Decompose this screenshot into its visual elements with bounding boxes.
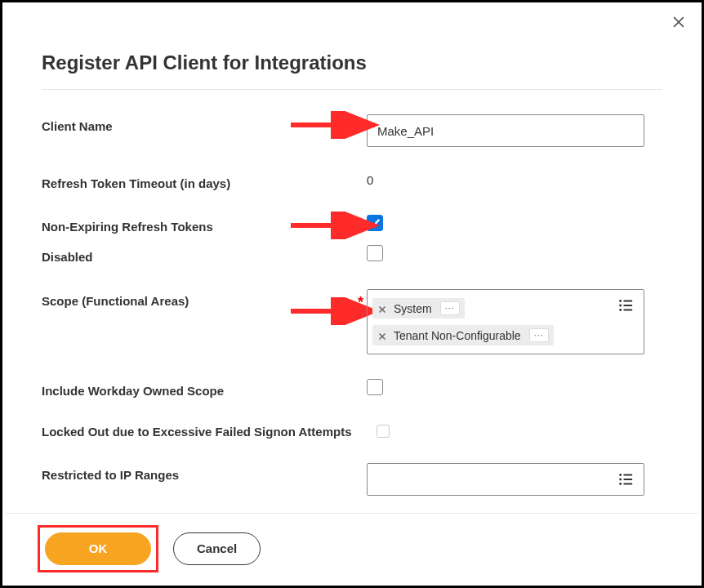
row-client-name: Client Name * bbox=[42, 114, 662, 147]
svg-rect-19 bbox=[623, 474, 632, 476]
row-include-owned: Include Workday Owned Scope bbox=[42, 379, 662, 399]
cancel-button[interactable]: Cancel bbox=[173, 532, 261, 565]
row-non-expiring: Non-Expiring Refresh Tokens * bbox=[42, 215, 662, 234]
scope-tag-label: Tenant Non-Configurable bbox=[394, 329, 521, 342]
required-asterisk: * bbox=[358, 119, 363, 136]
svg-point-18 bbox=[619, 474, 622, 476]
tag-menu-icon[interactable]: ··· bbox=[529, 328, 549, 342]
dialog-frame: Register API Client for Integrations Cli… bbox=[0, 0, 704, 588]
divider bbox=[42, 89, 662, 90]
label-non-expiring: Non-Expiring Refresh Tokens bbox=[42, 220, 213, 234]
row-refresh-timeout: Refresh Token Timeout (in days) 0 bbox=[42, 172, 662, 190]
dialog-content: Register API Client for Integrations Cli… bbox=[2, 2, 702, 496]
required-asterisk: * bbox=[358, 220, 363, 237]
row-ip-ranges: Restricted to IP Ranges bbox=[42, 463, 662, 496]
label-client-name: Client Name bbox=[42, 119, 113, 133]
disabled-checkbox[interactable] bbox=[367, 245, 383, 261]
row-disabled: Disabled bbox=[42, 245, 662, 265]
remove-tag-icon[interactable] bbox=[377, 304, 387, 314]
label-locked-out: Locked Out due to Excessive Failed Signo… bbox=[42, 423, 352, 439]
svg-point-22 bbox=[619, 483, 622, 485]
refresh-timeout-value: 0 bbox=[367, 172, 373, 187]
row-scope: Scope (Functional Areas) * System ··· bbox=[42, 289, 662, 354]
svg-rect-21 bbox=[623, 479, 632, 480]
list-picker-icon[interactable] bbox=[617, 470, 635, 488]
ok-button[interactable]: OK bbox=[45, 532, 151, 565]
required-asterisk: * bbox=[358, 294, 363, 311]
svg-point-14 bbox=[619, 305, 622, 307]
label-disabled: Disabled bbox=[42, 250, 93, 264]
label-refresh-timeout: Refresh Token Timeout (in days) bbox=[42, 176, 230, 190]
svg-rect-15 bbox=[623, 305, 632, 306]
ip-ranges-picker[interactable] bbox=[367, 463, 644, 496]
locked-out-checkbox bbox=[377, 425, 390, 438]
close-icon[interactable] bbox=[671, 14, 687, 30]
dialog-footer: OK Cancel bbox=[5, 513, 699, 583]
include-owned-checkbox[interactable] bbox=[367, 379, 383, 395]
non-expiring-checkbox[interactable] bbox=[367, 215, 383, 231]
svg-point-12 bbox=[619, 300, 622, 302]
svg-point-20 bbox=[619, 479, 622, 481]
scope-tag-label: System bbox=[394, 302, 432, 315]
label-scope: Scope (Functional Areas) bbox=[42, 294, 189, 308]
scope-tag: Tenant Non-Configurable ··· bbox=[372, 325, 554, 345]
remove-tag-icon[interactable] bbox=[377, 331, 387, 341]
client-name-input[interactable] bbox=[367, 114, 644, 147]
label-include-owned: Include Workday Owned Scope bbox=[42, 384, 224, 398]
svg-point-16 bbox=[619, 309, 622, 311]
scope-multiselect[interactable]: System ··· Tenant Non-Configurable ··· bbox=[367, 289, 644, 354]
svg-rect-13 bbox=[623, 301, 632, 302]
scope-tag: System ··· bbox=[372, 298, 465, 318]
row-locked-out: Locked Out due to Excessive Failed Signo… bbox=[42, 423, 662, 439]
list-picker-icon[interactable] bbox=[617, 296, 635, 314]
svg-rect-23 bbox=[623, 483, 632, 485]
svg-rect-17 bbox=[623, 310, 632, 311]
label-ip-ranges: Restricted to IP Ranges bbox=[42, 468, 179, 482]
annotation-highlight: OK bbox=[38, 525, 158, 572]
dialog-title: Register API Client for Integrations bbox=[42, 51, 662, 74]
tag-menu-icon[interactable]: ··· bbox=[440, 301, 460, 315]
